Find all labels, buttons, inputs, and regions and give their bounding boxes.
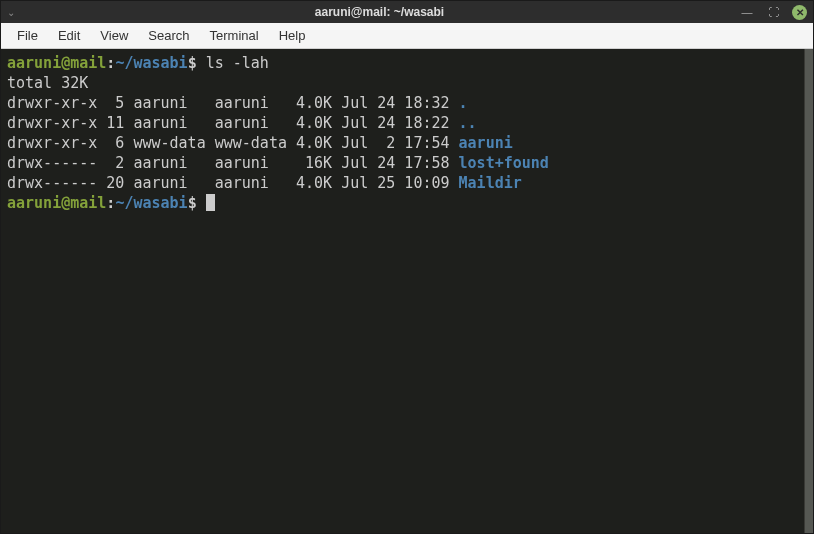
maximize-button[interactable]: ⛶ [766, 5, 780, 19]
window-controls: — ⛶ ✕ [740, 5, 807, 20]
listing-name: .. [459, 114, 477, 132]
listing-row: drwxr-xr-x 5 aaruni aaruni 4.0K Jul 24 1… [7, 94, 468, 112]
listing-row: drwx------ 20 aaruni aaruni 4.0K Jul 25 … [7, 174, 522, 192]
vertical-scrollbar[interactable] [804, 49, 813, 533]
close-button[interactable]: ✕ [792, 5, 807, 20]
command-text: ls -lah [206, 54, 269, 72]
minimize-button[interactable]: — [740, 5, 754, 19]
listing-name: Maildir [459, 174, 522, 192]
menu-dropdown-icon[interactable]: ⌄ [7, 7, 19, 18]
menu-view[interactable]: View [92, 25, 136, 46]
listing-row: drwxr-xr-x 6 www-data www-data 4.0K Jul … [7, 134, 513, 152]
listing-name: aaruni [459, 134, 513, 152]
listing-name: lost+found [459, 154, 549, 172]
window-title: aaruni@mail: ~/wasabi [19, 5, 740, 19]
listing-row: drwx------ 2 aaruni aaruni 16K Jul 24 17… [7, 154, 549, 172]
terminal-container: aaruni@mail:~/wasabi$ ls -lah total 32K … [1, 49, 813, 533]
menu-file[interactable]: File [9, 25, 46, 46]
prompt-dollar: $ [188, 194, 197, 212]
prompt-dollar: $ [188, 54, 197, 72]
listing-row: drwxr-xr-x 11 aaruni aaruni 4.0K Jul 24 … [7, 114, 477, 132]
menubar: File Edit View Search Terminal Help [1, 23, 813, 49]
menu-terminal[interactable]: Terminal [202, 25, 267, 46]
prompt-path: ~/wasabi [115, 54, 187, 72]
titlebar: ⌄ aaruni@mail: ~/wasabi — ⛶ ✕ [1, 1, 813, 23]
menu-edit[interactable]: Edit [50, 25, 88, 46]
menu-search[interactable]: Search [140, 25, 197, 46]
menu-help[interactable]: Help [271, 25, 314, 46]
prompt-user: aaruni@mail [7, 54, 106, 72]
total-line: total 32K [7, 74, 88, 92]
prompt-user: aaruni@mail [7, 194, 106, 212]
cursor-icon [206, 194, 215, 211]
prompt-path: ~/wasabi [115, 194, 187, 212]
listing-name: . [459, 94, 468, 112]
terminal-output[interactable]: aaruni@mail:~/wasabi$ ls -lah total 32K … [1, 49, 804, 533]
